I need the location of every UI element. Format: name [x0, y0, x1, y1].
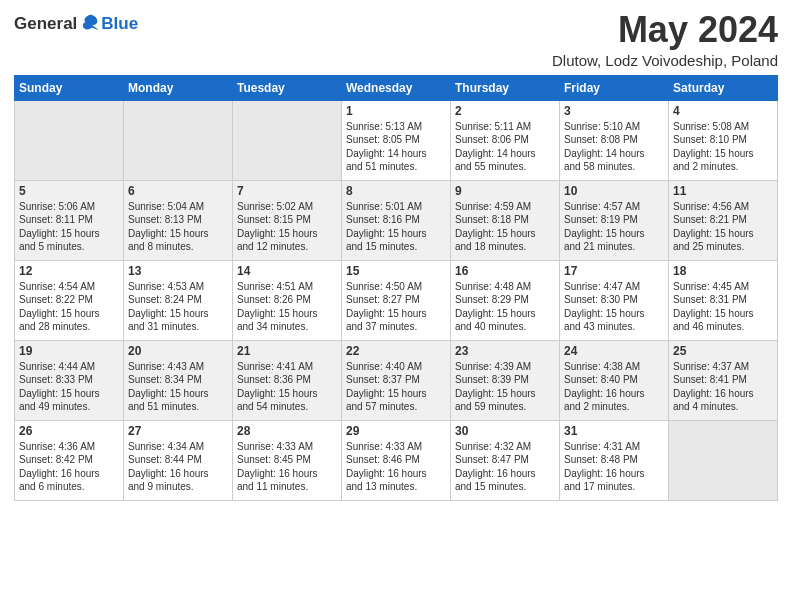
day-number: 14 [237, 264, 337, 278]
table-row: 8Sunrise: 5:01 AMSunset: 8:16 PMDaylight… [342, 180, 451, 260]
day-number: 24 [564, 344, 664, 358]
day-number: 7 [237, 184, 337, 198]
day-number: 6 [128, 184, 228, 198]
day-info: Sunrise: 5:13 AMSunset: 8:05 PMDaylight:… [346, 120, 446, 174]
day-info: Sunrise: 4:36 AMSunset: 8:42 PMDaylight:… [19, 440, 119, 494]
day-info: Sunrise: 4:40 AMSunset: 8:37 PMDaylight:… [346, 360, 446, 414]
day-number: 21 [237, 344, 337, 358]
day-info: Sunrise: 4:51 AMSunset: 8:26 PMDaylight:… [237, 280, 337, 334]
day-number: 17 [564, 264, 664, 278]
day-info: Sunrise: 4:31 AMSunset: 8:48 PMDaylight:… [564, 440, 664, 494]
day-number: 22 [346, 344, 446, 358]
day-info: Sunrise: 4:33 AMSunset: 8:45 PMDaylight:… [237, 440, 337, 494]
day-number: 16 [455, 264, 555, 278]
logo-blue-text: Blue [101, 14, 138, 34]
day-info: Sunrise: 4:56 AMSunset: 8:21 PMDaylight:… [673, 200, 773, 254]
day-info: Sunrise: 4:48 AMSunset: 8:29 PMDaylight:… [455, 280, 555, 334]
location-title: Dlutow, Lodz Voivodeship, Poland [552, 52, 778, 69]
day-info: Sunrise: 4:38 AMSunset: 8:40 PMDaylight:… [564, 360, 664, 414]
table-row: 31Sunrise: 4:31 AMSunset: 8:48 PMDayligh… [560, 420, 669, 500]
day-info: Sunrise: 4:44 AMSunset: 8:33 PMDaylight:… [19, 360, 119, 414]
col-tuesday: Tuesday [233, 75, 342, 100]
day-number: 29 [346, 424, 446, 438]
day-number: 19 [19, 344, 119, 358]
day-number: 18 [673, 264, 773, 278]
day-info: Sunrise: 5:01 AMSunset: 8:16 PMDaylight:… [346, 200, 446, 254]
table-row: 16Sunrise: 4:48 AMSunset: 8:29 PMDayligh… [451, 260, 560, 340]
calendar-week-1: 1Sunrise: 5:13 AMSunset: 8:05 PMDaylight… [15, 100, 778, 180]
table-row: 12Sunrise: 4:54 AMSunset: 8:22 PMDayligh… [15, 260, 124, 340]
day-info: Sunrise: 4:32 AMSunset: 8:47 PMDaylight:… [455, 440, 555, 494]
day-info: Sunrise: 4:45 AMSunset: 8:31 PMDaylight:… [673, 280, 773, 334]
day-info: Sunrise: 4:57 AMSunset: 8:19 PMDaylight:… [564, 200, 664, 254]
calendar-week-2: 5Sunrise: 5:06 AMSunset: 8:11 PMDaylight… [15, 180, 778, 260]
day-number: 9 [455, 184, 555, 198]
table-row: 28Sunrise: 4:33 AMSunset: 8:45 PMDayligh… [233, 420, 342, 500]
table-row: 21Sunrise: 4:41 AMSunset: 8:36 PMDayligh… [233, 340, 342, 420]
table-row: 25Sunrise: 4:37 AMSunset: 8:41 PMDayligh… [669, 340, 778, 420]
col-wednesday: Wednesday [342, 75, 451, 100]
logo: General Blue [14, 14, 138, 34]
day-info: Sunrise: 4:37 AMSunset: 8:41 PMDaylight:… [673, 360, 773, 414]
header-row: Sunday Monday Tuesday Wednesday Thursday… [15, 75, 778, 100]
table-row: 22Sunrise: 4:40 AMSunset: 8:37 PMDayligh… [342, 340, 451, 420]
day-number: 8 [346, 184, 446, 198]
logo-bird-icon [79, 12, 101, 34]
day-info: Sunrise: 4:53 AMSunset: 8:24 PMDaylight:… [128, 280, 228, 334]
day-number: 10 [564, 184, 664, 198]
day-info: Sunrise: 4:43 AMSunset: 8:34 PMDaylight:… [128, 360, 228, 414]
calendar-week-3: 12Sunrise: 4:54 AMSunset: 8:22 PMDayligh… [15, 260, 778, 340]
table-row: 24Sunrise: 4:38 AMSunset: 8:40 PMDayligh… [560, 340, 669, 420]
day-number: 13 [128, 264, 228, 278]
day-number: 2 [455, 104, 555, 118]
day-number: 31 [564, 424, 664, 438]
day-info: Sunrise: 5:04 AMSunset: 8:13 PMDaylight:… [128, 200, 228, 254]
table-row: 29Sunrise: 4:33 AMSunset: 8:46 PMDayligh… [342, 420, 451, 500]
day-number: 23 [455, 344, 555, 358]
col-saturday: Saturday [669, 75, 778, 100]
calendar-table: Sunday Monday Tuesday Wednesday Thursday… [14, 75, 778, 501]
table-row: 26Sunrise: 4:36 AMSunset: 8:42 PMDayligh… [15, 420, 124, 500]
day-info: Sunrise: 5:06 AMSunset: 8:11 PMDaylight:… [19, 200, 119, 254]
col-thursday: Thursday [451, 75, 560, 100]
table-row: 18Sunrise: 4:45 AMSunset: 8:31 PMDayligh… [669, 260, 778, 340]
table-row: 17Sunrise: 4:47 AMSunset: 8:30 PMDayligh… [560, 260, 669, 340]
day-number: 3 [564, 104, 664, 118]
table-row: 30Sunrise: 4:32 AMSunset: 8:47 PMDayligh… [451, 420, 560, 500]
table-row: 1Sunrise: 5:13 AMSunset: 8:05 PMDaylight… [342, 100, 451, 180]
calendar-week-4: 19Sunrise: 4:44 AMSunset: 8:33 PMDayligh… [15, 340, 778, 420]
day-number: 12 [19, 264, 119, 278]
table-row [124, 100, 233, 180]
day-info: Sunrise: 4:59 AMSunset: 8:18 PMDaylight:… [455, 200, 555, 254]
day-info: Sunrise: 4:47 AMSunset: 8:30 PMDaylight:… [564, 280, 664, 334]
table-row [15, 100, 124, 180]
day-number: 5 [19, 184, 119, 198]
table-row: 11Sunrise: 4:56 AMSunset: 8:21 PMDayligh… [669, 180, 778, 260]
table-row: 20Sunrise: 4:43 AMSunset: 8:34 PMDayligh… [124, 340, 233, 420]
day-info: Sunrise: 4:39 AMSunset: 8:39 PMDaylight:… [455, 360, 555, 414]
table-row: 23Sunrise: 4:39 AMSunset: 8:39 PMDayligh… [451, 340, 560, 420]
day-info: Sunrise: 4:50 AMSunset: 8:27 PMDaylight:… [346, 280, 446, 334]
header-right: May 2024 Dlutow, Lodz Voivodeship, Polan… [552, 10, 778, 69]
day-number: 28 [237, 424, 337, 438]
day-number: 15 [346, 264, 446, 278]
table-row: 3Sunrise: 5:10 AMSunset: 8:08 PMDaylight… [560, 100, 669, 180]
day-number: 30 [455, 424, 555, 438]
header: General Blue May 2024 Dlutow, Lodz Voivo… [14, 10, 778, 69]
table-row: 9Sunrise: 4:59 AMSunset: 8:18 PMDaylight… [451, 180, 560, 260]
day-number: 11 [673, 184, 773, 198]
day-info: Sunrise: 4:34 AMSunset: 8:44 PMDaylight:… [128, 440, 228, 494]
logo-general-text: General [14, 14, 77, 34]
table-row: 7Sunrise: 5:02 AMSunset: 8:15 PMDaylight… [233, 180, 342, 260]
day-number: 26 [19, 424, 119, 438]
day-number: 1 [346, 104, 446, 118]
col-friday: Friday [560, 75, 669, 100]
table-row: 6Sunrise: 5:04 AMSunset: 8:13 PMDaylight… [124, 180, 233, 260]
col-monday: Monday [124, 75, 233, 100]
col-sunday: Sunday [15, 75, 124, 100]
page: General Blue May 2024 Dlutow, Lodz Voivo… [0, 0, 792, 612]
table-row: 15Sunrise: 4:50 AMSunset: 8:27 PMDayligh… [342, 260, 451, 340]
day-info: Sunrise: 5:10 AMSunset: 8:08 PMDaylight:… [564, 120, 664, 174]
table-row: 13Sunrise: 4:53 AMSunset: 8:24 PMDayligh… [124, 260, 233, 340]
day-number: 4 [673, 104, 773, 118]
